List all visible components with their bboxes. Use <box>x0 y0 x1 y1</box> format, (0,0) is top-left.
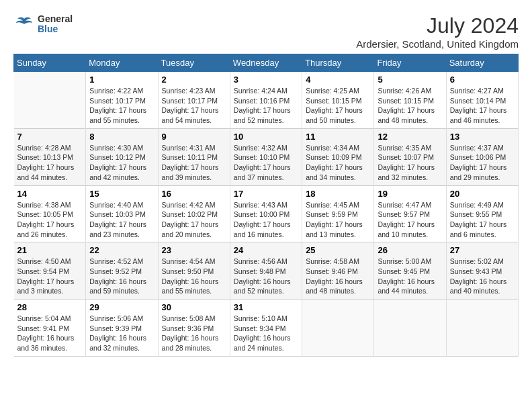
day-info: Sunrise: 4:27 AM Sunset: 10:14 PM Daylig… <box>450 86 515 126</box>
day-info: Sunrise: 4:50 AM Sunset: 9:54 PM Dayligh… <box>17 257 83 296</box>
calendar-cell: 26Sunrise: 5:00 AM Sunset: 9:45 PM Dayli… <box>374 242 446 300</box>
day-info: Sunrise: 4:34 AM Sunset: 10:09 PM Daylig… <box>306 143 370 183</box>
day-info: Sunrise: 4:31 AM Sunset: 10:11 PM Daylig… <box>162 143 226 183</box>
calendar-cell: 22Sunrise: 4:52 AM Sunset: 9:52 PM Dayli… <box>86 242 158 300</box>
logo-bird-icon <box>13 13 35 35</box>
day-number: 11 <box>306 132 370 142</box>
day-number: 5 <box>378 75 442 85</box>
header-thursday: Thursday <box>302 54 374 72</box>
day-info: Sunrise: 4:49 AM Sunset: 9:55 PM Dayligh… <box>450 200 515 240</box>
header-friday: Friday <box>374 54 446 72</box>
day-number: 7 <box>17 132 83 142</box>
calendar-cell: 23Sunrise: 4:54 AM Sunset: 9:50 PM Dayli… <box>158 242 230 300</box>
day-info: Sunrise: 5:00 AM Sunset: 9:45 PM Dayligh… <box>378 257 442 296</box>
calendar-cell: 15Sunrise: 4:40 AM Sunset: 10:03 PM Dayl… <box>86 185 158 242</box>
calendar-cell: 11Sunrise: 4:34 AM Sunset: 10:09 PM Dayl… <box>302 128 374 185</box>
day-info: Sunrise: 4:25 AM Sunset: 10:15 PM Daylig… <box>306 86 370 126</box>
day-info: Sunrise: 5:04 AM Sunset: 9:41 PM Dayligh… <box>17 314 83 353</box>
day-info: Sunrise: 4:40 AM Sunset: 10:03 PM Daylig… <box>89 200 154 240</box>
calendar-cell: 19Sunrise: 4:47 AM Sunset: 9:57 PM Dayli… <box>374 185 446 242</box>
calendar-cell: 27Sunrise: 5:02 AM Sunset: 9:43 PM Dayli… <box>446 242 518 300</box>
day-number: 12 <box>378 132 442 142</box>
calendar-body: 1Sunrise: 4:22 AM Sunset: 10:17 PM Dayli… <box>14 72 519 357</box>
day-info: Sunrise: 4:42 AM Sunset: 10:02 PM Daylig… <box>162 200 226 240</box>
location-subtitle: Ardersier, Scotland, United Kingdom <box>356 38 519 50</box>
month-year-title: July 2024 <box>356 13 519 38</box>
calendar-cell: 16Sunrise: 4:42 AM Sunset: 10:02 PM Dayl… <box>158 185 230 242</box>
day-info: Sunrise: 4:58 AM Sunset: 9:46 PM Dayligh… <box>306 257 370 296</box>
calendar-cell: 30Sunrise: 5:08 AM Sunset: 9:36 PM Dayli… <box>158 300 230 357</box>
day-info: Sunrise: 4:23 AM Sunset: 10:17 PM Daylig… <box>162 86 226 126</box>
day-info: Sunrise: 4:43 AM Sunset: 10:00 PM Daylig… <box>234 200 298 240</box>
day-number: 19 <box>378 189 442 199</box>
calendar-cell: 3Sunrise: 4:24 AM Sunset: 10:16 PM Dayli… <box>230 72 302 129</box>
calendar-week-row: 21Sunrise: 4:50 AM Sunset: 9:54 PM Dayli… <box>14 242 519 300</box>
header-row: Sunday Monday Tuesday Wednesday Thursday… <box>14 54 519 72</box>
day-number: 16 <box>162 189 226 199</box>
logo-general: General <box>38 14 73 24</box>
day-info: Sunrise: 4:30 AM Sunset: 10:12 PM Daylig… <box>89 143 154 183</box>
day-info: Sunrise: 4:22 AM Sunset: 10:17 PM Daylig… <box>89 86 154 126</box>
day-number: 2 <box>162 75 226 85</box>
day-number: 29 <box>89 302 154 312</box>
day-number: 3 <box>234 75 298 85</box>
logo: General Blue <box>13 13 73 35</box>
day-info: Sunrise: 4:32 AM Sunset: 10:10 PM Daylig… <box>234 143 298 183</box>
day-number: 8 <box>89 132 154 142</box>
calendar-week-row: 7Sunrise: 4:28 AM Sunset: 10:13 PM Dayli… <box>14 128 519 185</box>
calendar-cell: 29Sunrise: 5:06 AM Sunset: 9:39 PM Dayli… <box>86 300 158 357</box>
day-number: 15 <box>89 189 154 199</box>
title-section: July 2024 Ardersier, Scotland, United Ki… <box>356 13 519 50</box>
day-number: 9 <box>162 132 226 142</box>
calendar-cell: 28Sunrise: 5:04 AM Sunset: 9:41 PM Dayli… <box>14 300 86 357</box>
logo-blue: Blue <box>38 24 73 34</box>
day-info: Sunrise: 4:35 AM Sunset: 10:07 PM Daylig… <box>378 143 442 183</box>
calendar-cell: 24Sunrise: 4:56 AM Sunset: 9:48 PM Dayli… <box>230 242 302 300</box>
day-number: 26 <box>378 245 442 255</box>
day-number: 10 <box>234 132 298 142</box>
day-number: 23 <box>162 245 226 255</box>
day-number: 21 <box>17 245 83 255</box>
day-info: Sunrise: 4:47 AM Sunset: 9:57 PM Dayligh… <box>378 200 442 240</box>
calendar-week-row: 28Sunrise: 5:04 AM Sunset: 9:41 PM Dayli… <box>14 300 519 357</box>
day-number: 27 <box>450 245 515 255</box>
calendar-table: Sunday Monday Tuesday Wednesday Thursday… <box>13 54 519 357</box>
day-number: 20 <box>450 189 515 199</box>
calendar-week-row: 14Sunrise: 4:38 AM Sunset: 10:05 PM Dayl… <box>14 185 519 242</box>
day-info: Sunrise: 5:08 AM Sunset: 9:36 PM Dayligh… <box>162 314 226 353</box>
day-number: 6 <box>450 75 515 85</box>
calendar-cell: 21Sunrise: 4:50 AM Sunset: 9:54 PM Dayli… <box>14 242 86 300</box>
page-header: General Blue July 2024 Ardersier, Scotla… <box>13 13 519 50</box>
day-number: 18 <box>306 189 370 199</box>
calendar-cell <box>14 72 86 129</box>
calendar-cell: 7Sunrise: 4:28 AM Sunset: 10:13 PM Dayli… <box>14 128 86 185</box>
calendar-cell <box>302 300 374 357</box>
calendar-week-row: 1Sunrise: 4:22 AM Sunset: 10:17 PM Dayli… <box>14 72 519 129</box>
day-info: Sunrise: 4:52 AM Sunset: 9:52 PM Dayligh… <box>89 257 154 296</box>
calendar-cell <box>446 300 518 357</box>
day-number: 28 <box>17 302 83 312</box>
day-number: 13 <box>450 132 515 142</box>
day-info: Sunrise: 4:45 AM Sunset: 9:59 PM Dayligh… <box>306 200 370 240</box>
calendar-cell: 1Sunrise: 4:22 AM Sunset: 10:17 PM Dayli… <box>86 72 158 129</box>
day-number: 25 <box>306 245 370 255</box>
day-number: 30 <box>162 302 226 312</box>
calendar-cell: 18Sunrise: 4:45 AM Sunset: 9:59 PM Dayli… <box>302 185 374 242</box>
day-info: Sunrise: 4:24 AM Sunset: 10:16 PM Daylig… <box>234 86 298 126</box>
day-number: 22 <box>89 245 154 255</box>
calendar-cell: 10Sunrise: 4:32 AM Sunset: 10:10 PM Dayl… <box>230 128 302 185</box>
day-info: Sunrise: 4:26 AM Sunset: 10:15 PM Daylig… <box>378 86 442 126</box>
calendar-cell: 14Sunrise: 4:38 AM Sunset: 10:05 PM Dayl… <box>14 185 86 242</box>
calendar-cell: 31Sunrise: 5:10 AM Sunset: 9:34 PM Dayli… <box>230 300 302 357</box>
day-number: 4 <box>306 75 370 85</box>
day-info: Sunrise: 4:56 AM Sunset: 9:48 PM Dayligh… <box>234 257 298 296</box>
calendar-header: Sunday Monday Tuesday Wednesday Thursday… <box>14 54 519 72</box>
calendar-cell <box>374 300 446 357</box>
calendar-cell: 5Sunrise: 4:26 AM Sunset: 10:15 PM Dayli… <box>374 72 446 129</box>
header-tuesday: Tuesday <box>158 54 230 72</box>
day-number: 17 <box>234 189 298 199</box>
day-number: 31 <box>234 302 298 312</box>
header-sunday: Sunday <box>14 54 86 72</box>
calendar-cell: 6Sunrise: 4:27 AM Sunset: 10:14 PM Dayli… <box>446 72 518 129</box>
calendar-cell: 17Sunrise: 4:43 AM Sunset: 10:00 PM Dayl… <box>230 185 302 242</box>
